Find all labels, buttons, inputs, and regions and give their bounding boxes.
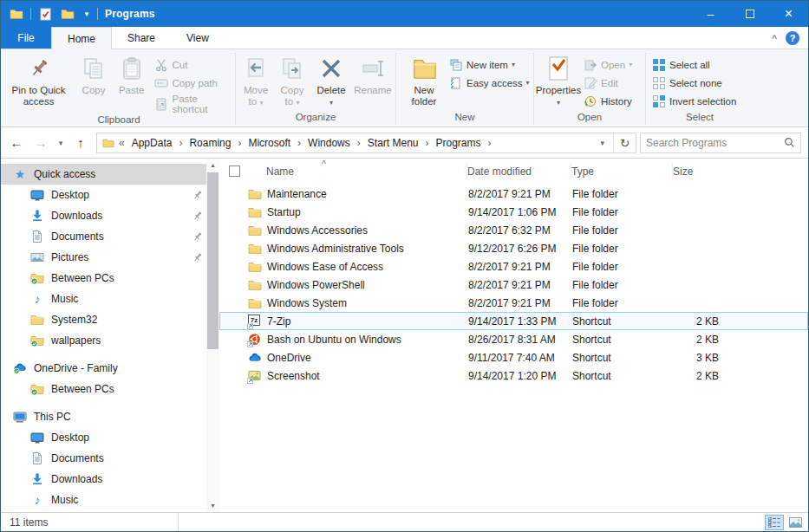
column-header-size[interactable]: Size: [673, 164, 734, 179]
edit-button[interactable]: Edit: [583, 75, 632, 90]
cut-button[interactable]: Cut: [153, 57, 235, 72]
file-row-onedrive[interactable]: OneDrive9/11/2017 7:40 AMShortcut3 KB: [219, 348, 808, 367]
forward-button[interactable]: →: [30, 133, 51, 153]
minimize-button[interactable]: –: [691, 1, 730, 27]
properties-button[interactable]: Properties▾: [534, 52, 583, 108]
sidebar-scrollbar[interactable]: ▴ ▾: [206, 159, 219, 512]
sidebar-item-between-pcs[interactable]: Between PCs: [1, 268, 206, 289]
sidebar-item-between-pcs[interactable]: Between PCs: [1, 379, 206, 399]
open-button[interactable]: Open ▾: [583, 57, 632, 72]
scrollbar-track[interactable]: [206, 172, 219, 499]
search-icon[interactable]: [784, 137, 795, 148]
file-row-windows-powershell[interactable]: Windows PowerShell8/2/2017 9:21 PMFile f…: [219, 276, 808, 294]
sidebar-item-this-pc[interactable]: This PC: [1, 406, 206, 427]
qat-properties-button[interactable]: [36, 5, 54, 23]
folder-sync-icon: [30, 334, 44, 347]
select-all-checkbox[interactable]: [229, 165, 240, 177]
breadcrumb-item[interactable]: Windows: [304, 137, 354, 149]
paste-shortcut-button[interactable]: Paste shortcut: [153, 94, 235, 114]
breadcrumb-item[interactable]: Roaming: [186, 137, 234, 149]
file-row-startup[interactable]: Startup9/14/2017 1:06 PMFile folder: [219, 203, 808, 221]
file-row-windows-administrative-tools[interactable]: Windows Administrative Tools9/12/2017 6:…: [219, 239, 808, 257]
sidebar-item-wallpapers[interactable]: wallpapers: [1, 330, 206, 351]
new-item-button[interactable]: New item ▾: [448, 57, 530, 72]
file-row-windows-accessories[interactable]: Windows Accessories8/2/2017 6:32 PMFile …: [219, 221, 808, 239]
column-header-type[interactable]: Type: [571, 164, 673, 179]
large-icons-view-button[interactable]: [786, 515, 805, 530]
file-row-maintenance[interactable]: Maintenance8/2/2017 9:21 PMFile folder: [219, 185, 808, 203]
recent-locations-dropdown[interactable]: ▾: [55, 133, 67, 153]
breadcrumb-separator-icon[interactable]: ›: [236, 137, 243, 149]
details-view-button[interactable]: [765, 515, 784, 530]
folder-icon: [248, 187, 262, 201]
copy-path-button[interactable]: Copy path: [153, 75, 235, 90]
qat-new-folder-button[interactable]: [59, 5, 76, 23]
file-row-windows-system[interactable]: Windows System8/2/2017 9:21 PMFile folde…: [219, 294, 808, 312]
copy-to-button[interactable]: Copy to ▾: [274, 52, 310, 108]
scrollbar-thumb[interactable]: [207, 172, 219, 349]
new-folder-button[interactable]: New folder: [403, 52, 445, 107]
select-none-button[interactable]: Select none: [651, 75, 736, 90]
up-button[interactable]: ↑: [70, 133, 91, 153]
breadcrumb-overflow[interactable]: «: [117, 137, 127, 149]
maximize-button[interactable]: [730, 1, 769, 27]
breadcrumb-item[interactable]: Microsoft: [245, 137, 294, 149]
breadcrumb-item[interactable]: Programs: [433, 137, 485, 149]
sidebar-item-system32[interactable]: System32: [1, 309, 206, 330]
breadcrumb-item[interactable]: Start Menu: [364, 137, 422, 149]
copy-button[interactable]: Copy: [75, 52, 113, 96]
tab-view[interactable]: View: [171, 27, 225, 49]
back-button[interactable]: ←: [6, 133, 27, 153]
column-header-name[interactable]: Name^: [266, 164, 467, 179]
file-row-screenshot[interactable]: Screenshot9/14/2017 1:20 PMShortcut2 KB: [219, 367, 808, 385]
column-header-date-modified[interactable]: Date modified: [467, 164, 571, 179]
pin-icon: [192, 231, 203, 242]
file-row-bash-on-ubuntu-on-windows[interactable]: Bash on Ubuntu on Windows8/26/2017 8:31 …: [219, 330, 808, 348]
sidebar-item-documents[interactable]: Documents: [1, 226, 206, 247]
status-bar: 11 items: [1, 512, 808, 531]
delete-button[interactable]: Delete▾: [310, 52, 352, 108]
scroll-up-icon[interactable]: ▴: [206, 159, 219, 172]
collapse-ribbon-icon[interactable]: ^: [772, 33, 777, 45]
breadcrumb-separator-icon[interactable]: ›: [296, 137, 303, 149]
help-icon[interactable]: ?: [786, 31, 799, 45]
paste-button[interactable]: Paste: [113, 52, 151, 96]
sidebar-item-onedrive-family[interactable]: OneDrive - Family: [1, 358, 206, 379]
sidebar-item-music[interactable]: ♪Music: [1, 490, 206, 510]
tab-home[interactable]: Home: [51, 27, 112, 49]
invert-selection-button[interactable]: Invert selection: [651, 94, 736, 108]
close-button[interactable]: ×: [769, 1, 808, 27]
sidebar-item-downloads[interactable]: Downloads: [1, 469, 206, 490]
easy-access-button[interactable]: Easy access ▾: [448, 75, 530, 90]
breadcrumb-separator-icon[interactable]: ›: [486, 137, 493, 149]
pin-to-quick-access-button[interactable]: Pin to Quick access: [3, 52, 75, 107]
search-input[interactable]: [646, 137, 780, 149]
tab-file[interactable]: File: [1, 27, 51, 49]
scroll-down-icon[interactable]: ▾: [206, 499, 219, 512]
sidebar-item-desktop[interactable]: Desktop: [1, 185, 206, 205]
sidebar-item-downloads[interactable]: Downloads: [1, 205, 206, 226]
tab-share[interactable]: Share: [112, 27, 171, 49]
address-breadcrumb-bar[interactable]: « AppData›Roaming›Microsoft›Windows›Star…: [96, 133, 636, 153]
breadcrumb-item[interactable]: AppData: [128, 137, 176, 149]
sidebar-item-desktop[interactable]: Desktop: [1, 427, 206, 448]
column-headers: Name^ Date modified Type Size: [219, 162, 808, 181]
select-all-button[interactable]: Select all: [651, 57, 736, 72]
sidebar-item-pictures[interactable]: Pictures: [1, 247, 206, 268]
rename-button[interactable]: Rename: [352, 52, 394, 96]
file-row-7-zip[interactable]: 7z7-Zip9/14/2017 1:33 PMShortcut2 KB: [219, 312, 808, 330]
breadcrumb-separator-icon[interactable]: ›: [177, 137, 184, 149]
sidebar-item-documents[interactable]: Documents: [1, 448, 206, 469]
sidebar-item-quick-access[interactable]: ★Quick access: [1, 164, 206, 185]
qat-customize-dropdown[interactable]: ▼: [82, 5, 92, 23]
onedrive-icon: [248, 351, 262, 365]
history-button[interactable]: History: [583, 94, 632, 108]
cut-icon: [153, 57, 168, 72]
move-to-button[interactable]: Move to ▾: [238, 52, 274, 108]
breadcrumb-separator-icon[interactable]: ›: [356, 137, 362, 149]
breadcrumb-separator-icon[interactable]: ›: [424, 137, 431, 149]
address-dropdown-icon[interactable]: ▾: [593, 139, 611, 147]
refresh-icon[interactable]: ↻: [613, 133, 636, 152]
sidebar-item-music[interactable]: ♪Music: [1, 289, 206, 309]
file-row-windows-ease-of-access[interactable]: Windows Ease of Access8/2/2017 9:21 PMFi…: [219, 257, 808, 276]
